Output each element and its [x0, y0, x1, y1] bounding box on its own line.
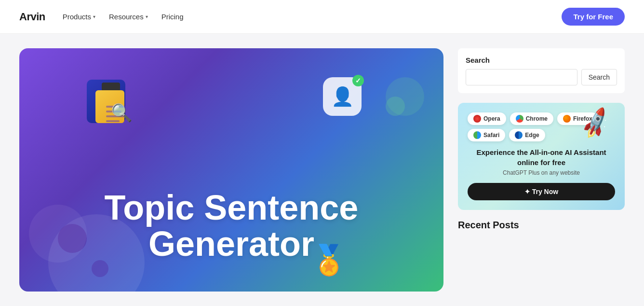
chevron-down-icon: ▾: [146, 14, 148, 19]
try-for-free-button[interactable]: Try for Free: [562, 8, 625, 26]
main-content: 🔍 👤 ✓ 🏅 Topic Sentence Generator Search: [0, 34, 644, 306]
nav-pricing[interactable]: Pricing: [161, 13, 184, 21]
logo[interactable]: Arvin: [19, 11, 45, 23]
clipboard-icon: 🔍: [82, 72, 135, 125]
search-widget: Search Search: [458, 48, 625, 93]
user-icon: 👤: [331, 86, 354, 107]
recent-posts-title: Recent Posts: [458, 220, 625, 231]
opera-badge: Opera: [468, 112, 506, 125]
nav-products[interactable]: Products ▾: [63, 13, 95, 21]
hero-text: Topic Sentence Generator: [43, 190, 419, 263]
search-button[interactable]: Search: [581, 69, 617, 85]
safari-badge: Safari: [468, 129, 505, 141]
user-badge-icon: 👤 ✓: [323, 77, 366, 121]
deco-circle: [58, 224, 87, 253]
nav-resources-label: Resources: [109, 13, 144, 21]
firefox-icon: [563, 115, 571, 123]
deco-circle: [92, 260, 108, 277]
promo-title: Experience the All-in-one AI Assistant o…: [468, 147, 615, 167]
search-row: Search: [466, 69, 617, 85]
chevron-down-icon: ▾: [93, 14, 95, 19]
nav-pricing-label: Pricing: [161, 13, 184, 21]
try-now-button[interactable]: Try Now: [468, 183, 615, 200]
promo-subtitle: ChatGPT Plus on any website: [468, 169, 615, 176]
chrome-badge: Chrome: [510, 112, 553, 125]
chrome-icon: [516, 115, 523, 123]
edge-badge: Edge: [509, 129, 545, 141]
check-badge: ✓: [352, 75, 364, 86]
safari-icon: [473, 131, 481, 139]
nav-products-label: Products: [63, 13, 91, 21]
opera-icon: [473, 115, 481, 123]
search-label: Search: [466, 56, 617, 64]
hero-title: Topic Sentence Generator: [43, 190, 419, 263]
promo-text: Experience the All-in-one AI Assistant o…: [468, 147, 615, 200]
magnifier-icon: 🔍: [111, 103, 133, 123]
search-input[interactable]: [466, 69, 577, 85]
edge-icon: [515, 131, 523, 139]
nav-items: Products ▾ Resources ▾ Pricing: [63, 13, 562, 21]
sidebar: Search Search Opera Chrome Firefox: [458, 48, 625, 292]
deco-circle: [386, 77, 424, 116]
navbar: Arvin Products ▾ Resources ▾ Pricing Try…: [0, 0, 644, 34]
hero-section: 🔍 👤 ✓ 🏅 Topic Sentence Generator: [19, 48, 443, 292]
promo-card: Opera Chrome Firefox Safari Edge: [458, 103, 625, 210]
nav-resources[interactable]: Resources ▾: [109, 13, 148, 21]
